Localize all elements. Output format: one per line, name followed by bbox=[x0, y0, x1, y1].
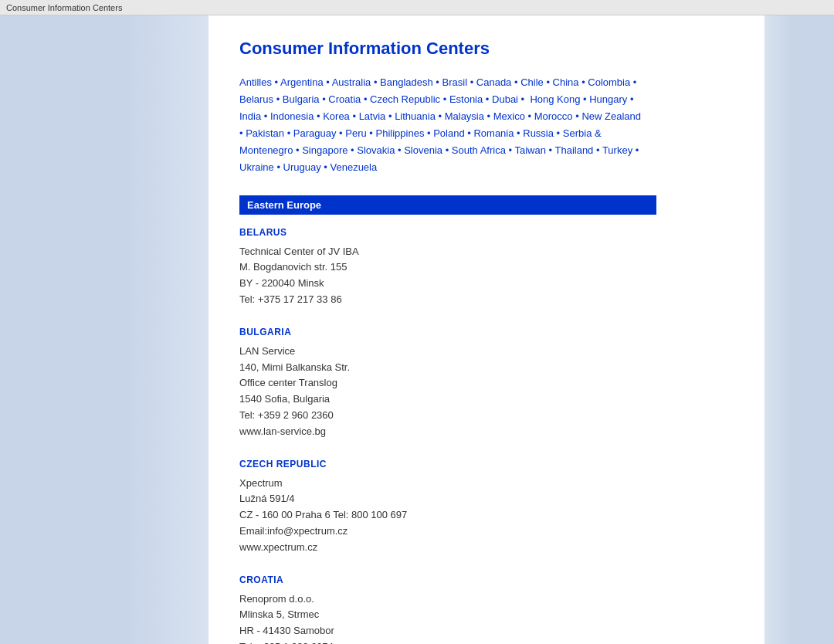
country-section-croatia: CROATIA Renoprom d.o.o. Mlinska 5, Strme… bbox=[239, 575, 656, 644]
link-singapore[interactable]: Singapore bbox=[302, 144, 348, 156]
link-czech-republic[interactable]: Czech Republic bbox=[370, 93, 440, 105]
link-australia[interactable]: Australia bbox=[332, 76, 371, 88]
country-section-belarus: BELARUS Technical Center of JV IBA M. Bo… bbox=[239, 227, 656, 308]
link-chile[interactable]: Chile bbox=[520, 76, 544, 88]
link-hong-kong[interactable]: Hong Kong bbox=[530, 93, 580, 105]
link-paraguay[interactable]: Paraguay bbox=[293, 127, 337, 139]
link-india[interactable]: India bbox=[239, 110, 261, 122]
links-paragraph: Antilles • Argentina • Australia • Bangl… bbox=[239, 74, 656, 177]
link-taiwan[interactable]: Taiwan bbox=[514, 144, 545, 156]
link-bangladesh[interactable]: Bangladesh bbox=[380, 76, 433, 88]
link-venezuela[interactable]: Venezuela bbox=[331, 161, 378, 173]
country-info-bulgaria: LAN Service 140, Mimi Balkanska Str. Off… bbox=[239, 344, 656, 440]
link-hungary[interactable]: Hungary bbox=[589, 93, 627, 105]
country-section-bulgaria: BULGARIA LAN Service 140, Mimi Balkanska… bbox=[239, 327, 656, 440]
link-ukraine[interactable]: Ukraine bbox=[239, 161, 274, 173]
country-info-czech-republic: Xpectrum Lužná 591/4 CZ - 160 00 Praha 6… bbox=[239, 476, 656, 556]
link-new-zealand[interactable]: New Zealand bbox=[581, 110, 641, 122]
page-content: Consumer Information Centers Antilles • … bbox=[208, 15, 687, 644]
country-section-czech-republic: CZECH REPUBLIC Xpectrum Lužná 591/4 CZ -… bbox=[239, 459, 656, 556]
main-content-wrapper: Consumer Information Centers Antilles • … bbox=[208, 15, 764, 644]
link-estonia[interactable]: Estonia bbox=[449, 93, 483, 105]
link-brasil[interactable]: Brasil bbox=[442, 76, 468, 88]
link-montenegro[interactable]: Montenegro bbox=[239, 144, 293, 156]
link-russia[interactable]: Russia bbox=[523, 127, 554, 139]
link-lithuania[interactable]: Lithuania bbox=[395, 110, 436, 122]
link-morocco[interactable]: Morocco bbox=[534, 110, 573, 122]
link-malaysia[interactable]: Malaysia bbox=[445, 110, 484, 122]
country-title-belarus: BELARUS bbox=[239, 227, 656, 238]
link-thailand[interactable]: Thailand bbox=[554, 144, 593, 156]
title-bar-text: Consumer Information Centers bbox=[6, 3, 122, 12]
link-croatia[interactable]: Croatia bbox=[328, 93, 361, 105]
link-latvia[interactable]: Latvia bbox=[359, 110, 386, 122]
link-colombia[interactable]: Colombia bbox=[588, 76, 630, 88]
country-info-belarus: Technical Center of JV IBA M. Bogdanovic… bbox=[239, 244, 656, 308]
link-korea[interactable]: Korea bbox=[323, 110, 350, 122]
link-uruguay[interactable]: Uruguay bbox=[283, 161, 321, 173]
link-china[interactable]: China bbox=[553, 76, 579, 88]
title-bar: Consumer Information Centers bbox=[0, 0, 834, 15]
link-poland[interactable]: Poland bbox=[433, 127, 464, 139]
link-bulgaria[interactable]: Bulgaria bbox=[283, 93, 320, 105]
section-header: Eastern Europe bbox=[239, 195, 656, 215]
link-peru[interactable]: Peru bbox=[345, 127, 366, 139]
link-pakistan[interactable]: Pakistan bbox=[246, 127, 284, 139]
link-dubai[interactable]: Dubai bbox=[492, 93, 518, 105]
right-sidebar bbox=[764, 15, 834, 644]
link-romania[interactable]: Romania bbox=[473, 127, 514, 139]
link-canada[interactable]: Canada bbox=[476, 76, 512, 88]
country-info-croatia: Renoprom d.o.o. Mlinska 5, Strmec HR - 4… bbox=[239, 591, 656, 644]
link-turkey[interactable]: Turkey bbox=[602, 144, 632, 156]
link-indonesia[interactable]: Indonesia bbox=[270, 110, 314, 122]
link-argentina[interactable]: Argentina bbox=[280, 76, 324, 88]
link-serbia[interactable]: Serbia & bbox=[563, 127, 602, 139]
country-title-bulgaria: BULGARIA bbox=[239, 327, 656, 337]
country-title-croatia: CROATIA bbox=[239, 575, 656, 585]
link-slovenia[interactable]: Slovenia bbox=[404, 144, 442, 156]
link-mexico[interactable]: Mexico bbox=[493, 110, 525, 122]
page-title: Consumer Information Centers bbox=[239, 39, 656, 59]
link-antilles[interactable]: Antilles bbox=[239, 76, 272, 88]
link-slovakia[interactable]: Slovakia bbox=[357, 144, 395, 156]
link-philippines[interactable]: Philippines bbox=[376, 127, 425, 139]
left-sidebar bbox=[0, 15, 208, 644]
link-south-africa[interactable]: South Africa bbox=[452, 144, 506, 156]
country-title-czech-republic: CZECH REPUBLIC bbox=[239, 459, 656, 469]
link-belarus[interactable]: Belarus bbox=[239, 93, 273, 105]
